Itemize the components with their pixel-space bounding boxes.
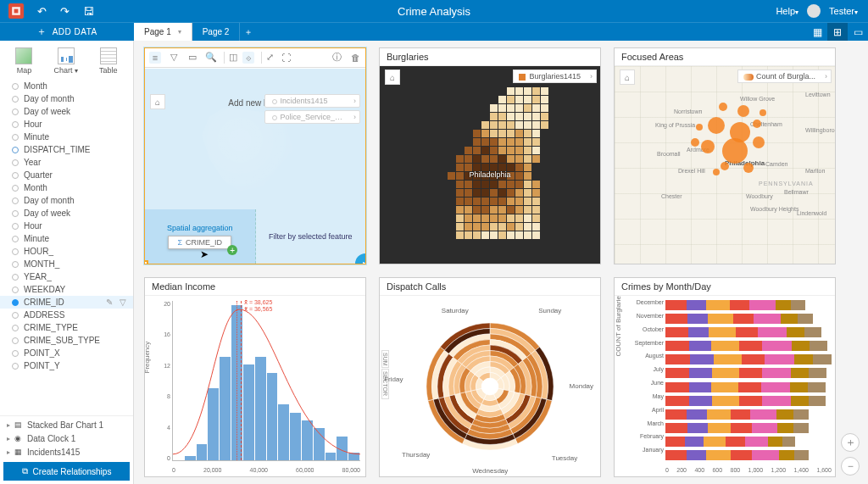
freeform-layout-icon[interactable]: ⊞ (827, 23, 848, 42)
median-income-card[interactable]: Median Income Frequency 048121620 x̄ = 3… (144, 277, 366, 477)
layer-pill-incidents[interactable]: Incidents1415 (264, 94, 360, 108)
svg-rect-110 (465, 197, 472, 205)
user-menu[interactable]: Tester▾ (829, 6, 858, 16)
create-relationships-button[interactable]: ⧉ Create Relationships (3, 462, 130, 481)
field-item[interactable]: Minute (0, 232, 133, 245)
zoom-out-button[interactable]: － (841, 457, 860, 476)
result-item[interactable]: ▸▦Incidents1415 (0, 445, 133, 459)
field-item[interactable]: CRIME_TYPE (0, 321, 133, 334)
focused-areas-card[interactable]: Focused Areas ⌂ Count of Burgla... Levit… (614, 47, 836, 264)
field-item[interactable]: HOUR_ (0, 245, 133, 258)
svg-rect-141 (473, 223, 481, 231)
field-item[interactable]: POINT_Y (0, 359, 133, 372)
svg-rect-20 (490, 113, 498, 120)
crimes-month-day-card[interactable]: Crimes by Month/Day COUNT of Burglaries1… (614, 277, 836, 477)
home-extent-icon[interactable]: ⌂ (150, 94, 165, 109)
field-item[interactable]: Day of month (0, 92, 133, 105)
dispatch-calls-card[interactable]: Dispatch Calls SUM SECTOR SundayMondayTu… (379, 277, 601, 477)
add-data-button[interactable]: ＋ ADD DATA (0, 23, 134, 41)
result-item[interactable]: ▸◉Data Clock 1 (0, 431, 133, 445)
zoom-in-button[interactable]: ＋ (841, 433, 860, 452)
svg-rect-133 (490, 214, 498, 222)
svg-rect-36 (481, 130, 489, 137)
field-item[interactable]: Day of week (0, 207, 133, 220)
field-item[interactable]: YEAR_ (0, 270, 133, 283)
field-item[interactable]: WEEKDAY (0, 283, 133, 296)
field-item[interactable]: Day of week (0, 105, 133, 118)
filter-icon[interactable]: ▽ (168, 52, 180, 64)
svg-rect-14 (498, 104, 506, 112)
svg-rect-128 (532, 206, 540, 214)
svg-rect-122 (481, 206, 489, 214)
link-icon[interactable]: ⟐ (242, 52, 254, 64)
svg-rect-135 (507, 214, 515, 222)
svg-rect-114 (498, 197, 506, 205)
chartview-icon[interactable]: ◫ (224, 52, 236, 64)
page-tab-1[interactable]: Page 1▾ (134, 23, 192, 41)
field-item[interactable]: ADDRESS (0, 309, 133, 321)
delete-icon[interactable]: 🗑 (349, 52, 361, 64)
field-item[interactable]: Hour (0, 220, 133, 232)
home-extent-icon[interactable]: ⌂ (620, 70, 635, 85)
maximize-icon[interactable]: ⛶ (280, 52, 292, 64)
map-card-selected[interactable]: ≡ ▽ ▭ 🔍 ◫ ⟐ ⤢ ⛶ ⓘ 🗑 ⌂ Incidents (144, 47, 366, 264)
home-extent-icon[interactable]: ⌂ (385, 70, 400, 85)
svg-rect-90 (465, 181, 472, 188)
field-item[interactable]: POINT_X (0, 347, 133, 359)
layer-legend-pill[interactable]: Burglaries1415 (513, 70, 597, 83)
field-item[interactable]: DISPATCH_TIME (0, 143, 133, 156)
grid-layout-icon[interactable]: ▦ (807, 23, 827, 42)
svg-rect-143 (490, 223, 498, 231)
layer-legend-pill[interactable]: Count of Burgla... (737, 70, 832, 83)
field-item[interactable]: Year (0, 156, 133, 169)
svg-rect-44 (481, 138, 489, 146)
help-link[interactable]: Help▾ (776, 6, 798, 16)
field-item[interactable]: Month (0, 80, 133, 92)
workspace[interactable]: ≡ ▽ ▭ 🔍 ◫ ⟐ ⤢ ⛶ ⓘ 🗑 ⌂ Incidents (134, 41, 868, 484)
undo-icon[interactable]: ↶ (37, 5, 47, 18)
expand-icon[interactable]: ⤢ (261, 52, 273, 64)
zoom-icon[interactable]: 🔍 (205, 52, 217, 64)
svg-rect-34 (541, 121, 548, 129)
create-table-button[interactable]: Table (99, 47, 118, 75)
svg-rect-80 (456, 172, 464, 180)
result-item[interactable]: ▸▤Stacked Bar Chart 1 (0, 418, 133, 431)
create-map-button[interactable]: Map (15, 47, 32, 75)
info-icon[interactable]: ⓘ (331, 52, 342, 64)
layer-pill-police[interactable]: Police_Service_… (264, 110, 360, 124)
create-chart-button[interactable]: Chart ▾ (53, 47, 78, 75)
field-item[interactable]: Hour (0, 118, 133, 131)
page-tab-2[interactable]: Page 2 (192, 23, 241, 41)
layers-icon[interactable]: ≡ (149, 52, 161, 64)
svg-rect-47 (507, 138, 515, 146)
svg-rect-88 (524, 172, 531, 180)
svg-rect-78 (524, 164, 531, 171)
spatial-aggregation-dropzone[interactable]: Spatial aggregation ΣCRIME_ID ➤ (145, 209, 256, 264)
redo-icon[interactable]: ↷ (60, 5, 70, 18)
svg-rect-96 (515, 181, 523, 188)
plus-icon: ＋ (36, 25, 47, 39)
select-icon[interactable]: ▭ (186, 52, 198, 64)
user-avatar[interactable] (807, 4, 821, 18)
svg-rect-144 (498, 223, 506, 231)
field-item[interactable]: CRIME_SUB_TYPE (0, 334, 133, 347)
resize-handle[interactable] (144, 260, 148, 264)
field-item[interactable]: Minute (0, 131, 133, 143)
save-icon[interactable]: 🖫 (83, 5, 94, 18)
svg-rect-117 (524, 197, 531, 205)
field-item[interactable]: Day of month (0, 194, 133, 207)
filter-selected-dropzone[interactable]: Filter by selected feature (256, 209, 366, 264)
burglaries-card[interactable]: Burglaries ⌂ Burglaries1415 Philadelphia (379, 47, 601, 264)
field-item[interactable]: CRIME_ID✎ ▽ (0, 296, 133, 309)
field-item[interactable]: Month (0, 181, 133, 194)
svg-rect-95 (507, 181, 515, 188)
view-icon[interactable]: ▭ (848, 23, 868, 42)
field-item[interactable]: Quarter (0, 169, 133, 181)
add-page-button[interactable]: ＋ (240, 23, 257, 41)
svg-rect-107 (524, 189, 531, 197)
svg-rect-149 (456, 231, 464, 239)
field-item[interactable]: MONTH_ (0, 258, 133, 270)
card-title: Dispatch Calls (380, 278, 600, 296)
svg-rect-126 (515, 206, 523, 214)
svg-rect-45 (490, 138, 498, 146)
